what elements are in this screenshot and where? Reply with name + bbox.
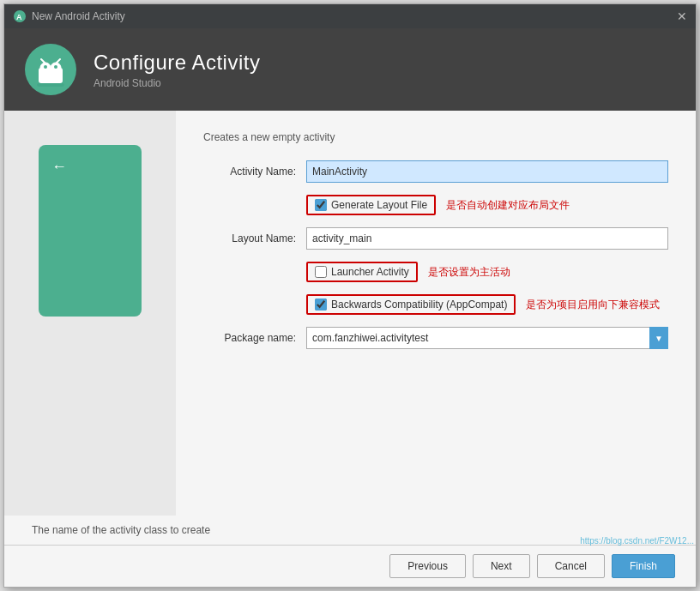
watermark: https://blog.csdn.net/F2W12... [580, 536, 694, 546]
svg-text:A: A [16, 13, 22, 21]
layout-name-row: Layout Name: [203, 227, 668, 250]
previous-button[interactable]: Previous [389, 554, 466, 578]
finish-button[interactable]: Finish [612, 554, 675, 578]
activity-name-row: Activity Name: [203, 160, 668, 183]
generate-layout-row: Generate Layout File 是否自动创建对应布局文件 [306, 195, 668, 215]
header-title: Configure Activity [94, 51, 260, 75]
svg-line-9 [57, 59, 60, 63]
close-button[interactable]: ✕ [677, 9, 687, 23]
phone-preview: ← [39, 145, 142, 317]
backwards-compat-row: Backwards Compatibility (AppCompat) 是否为项… [306, 294, 668, 315]
footer-description-text: The name of the activity class to create [32, 524, 210, 536]
android-studio-icon: A [13, 9, 27, 23]
svg-point-6 [44, 65, 47, 69]
activity-name-label: Activity Name: [203, 166, 306, 178]
title-bar: A New Android Activity ✕ [4, 4, 696, 28]
generate-layout-label: Generate Layout File [331, 199, 427, 211]
package-select-wrapper: com.fanzhiwei.activitytest ▼ [306, 327, 668, 349]
layout-name-label: Layout Name: [203, 232, 306, 244]
header-banner: Configure Activity Android Studio [4, 28, 696, 111]
launcher-activity-annotation: 是否设置为主活动 [428, 265, 510, 280]
generate-layout-annotation: 是否自动创建对应布局文件 [446, 198, 570, 213]
cancel-button[interactable]: Cancel [537, 554, 605, 578]
android-icon [33, 52, 68, 87]
activity-name-input[interactable] [306, 160, 668, 183]
back-arrow-icon: ← [51, 158, 67, 176]
launcher-activity-row: Launcher Activity 是否设置为主活动 [306, 262, 668, 282]
package-name-row: Package name: com.fanzhiwei.activitytest… [203, 327, 668, 349]
footer-buttons: Previous Next Cancel Finish [4, 545, 696, 587]
title-bar-left: A New Android Activity [13, 9, 125, 23]
package-name-label: Package name: [203, 332, 306, 344]
backwards-compat-annotation: 是否为项目启用向下兼容模式 [526, 298, 660, 312]
header-subtitle: Android Studio [94, 77, 260, 89]
title-bar-text: New Android Activity [32, 10, 125, 22]
backwards-compat-label: Backwards Compatibility (AppCompat) [331, 299, 507, 311]
launcher-activity-checkbox[interactable] [315, 266, 327, 278]
package-name-select[interactable]: com.fanzhiwei.activitytest [306, 327, 668, 349]
svg-line-8 [41, 59, 45, 63]
description-text: Creates a new empty activity [203, 131, 668, 143]
layout-name-input[interactable] [306, 227, 668, 250]
generate-layout-checkbox[interactable] [315, 199, 327, 211]
content-area: ← Creates a new empty activity Activity … [4, 111, 696, 516]
header-text: Configure Activity Android Studio [94, 51, 260, 89]
backwards-compat-checkbox[interactable] [315, 299, 327, 311]
right-panel: Creates a new empty activity Activity Na… [176, 111, 696, 516]
dialog-window: A New Android Activity ✕ Configure Activ… [3, 3, 697, 588]
android-logo [25, 44, 76, 95]
svg-point-7 [54, 65, 57, 69]
launcher-activity-label: Launcher Activity [331, 266, 409, 278]
launcher-activity-checkbox-wrapper: Launcher Activity [306, 262, 418, 282]
next-button[interactable]: Next [473, 554, 530, 578]
left-panel: ← [4, 111, 176, 516]
generate-layout-checkbox-wrapper: Generate Layout File [306, 195, 436, 215]
backwards-compat-checkbox-wrapper: Backwards Compatibility (AppCompat) [306, 294, 516, 315]
